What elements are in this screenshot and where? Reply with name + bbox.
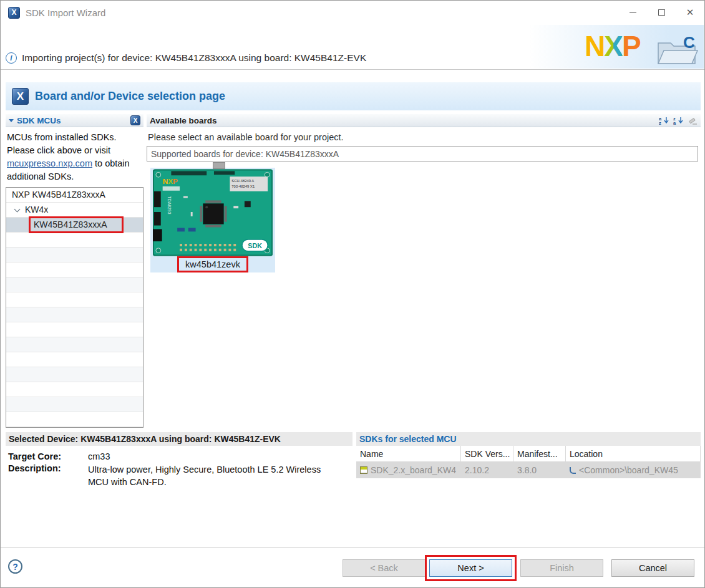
chevron-down-icon bbox=[14, 206, 21, 213]
board-sticker-line2: 700-48249 X1 bbox=[231, 185, 255, 188]
next-button[interactable]: Next > bbox=[429, 559, 512, 577]
board-label: kw45b41zevk bbox=[185, 259, 240, 269]
window-controls: ✕ bbox=[618, 1, 704, 24]
finish-button[interactable]: Finish bbox=[520, 559, 603, 577]
sdk-location: <Common>\board_KW45 bbox=[579, 465, 678, 475]
sdk-table-title: SDKs for selected MCU bbox=[356, 432, 701, 446]
tree-item-kw4x[interactable]: KW4x bbox=[6, 203, 143, 218]
target-core-label: Target Core: bbox=[8, 451, 88, 461]
location-icon bbox=[570, 467, 576, 474]
tree-empty-row bbox=[6, 263, 143, 277]
sdk-mcus-header: SDK MCUs X bbox=[6, 114, 143, 127]
minimize-icon bbox=[630, 12, 636, 13]
maximize-icon bbox=[658, 9, 665, 16]
page-title-band: X Board and/or Device selection page bbox=[6, 82, 701, 110]
available-boards-panel: Available boards a z z a bbox=[147, 114, 701, 424]
sdk-mcus-panel: SDK MCUs X MCUs from installed SDKs. Ple… bbox=[6, 114, 143, 424]
sdk-table-header-row: Name SDK Vers... Manifest... Location bbox=[356, 446, 701, 462]
column-location[interactable]: Location bbox=[566, 446, 701, 461]
cancel-button[interactable]: Cancel bbox=[611, 559, 694, 577]
board-label-wrap: kw45b41zevk bbox=[150, 256, 275, 272]
tree-empty-row bbox=[6, 382, 143, 397]
sdk-import-wizard-window: X SDK Import Wizard ✕ i Importing projec… bbox=[0, 0, 705, 588]
sdk-badge: SDK bbox=[248, 242, 262, 249]
available-boards-title: Available boards bbox=[150, 116, 217, 125]
close-button[interactable]: ✕ bbox=[676, 1, 704, 24]
nxp-logo: N X X P bbox=[585, 32, 640, 60]
sdk-table-row[interactable]: SDK_2.x_board_KW4 2.10.2 3.8.0 <Common>\… bbox=[356, 462, 701, 478]
sdk-mcus-title: SDK MCUs bbox=[17, 116, 61, 125]
tree-empty-row bbox=[6, 277, 143, 292]
board-filter-input[interactable] bbox=[147, 146, 698, 161]
tree-empty-row bbox=[6, 397, 143, 412]
tree-empty-row bbox=[6, 292, 143, 307]
mcuxpresso-link[interactable]: mcuxpresso.nxp.com bbox=[7, 158, 92, 168]
tree-empty-row bbox=[6, 367, 143, 382]
ide-folder-icon: C bbox=[656, 33, 699, 67]
sdk-mcus-description: MCUs from installed SDKs. Please click a… bbox=[7, 131, 143, 183]
sdk-manifest: 3.8.0 bbox=[517, 465, 537, 475]
sort-ascending-icon[interactable]: a z bbox=[659, 116, 669, 125]
tree-empty-row bbox=[6, 307, 143, 322]
target-core-value: cm33 bbox=[88, 451, 352, 461]
svg-text:a: a bbox=[673, 120, 676, 125]
close-icon: ✕ bbox=[686, 7, 694, 18]
sort-descending-icon[interactable]: z a bbox=[673, 116, 684, 125]
column-manifest[interactable]: Manifest... bbox=[513, 446, 566, 461]
description-label: Description: bbox=[8, 463, 88, 488]
folder-letter: C bbox=[683, 33, 695, 52]
help-icon: ? bbox=[12, 562, 18, 572]
selected-device-details: Target Core: cm33 Description: Ultra-low… bbox=[6, 446, 352, 488]
header-divider bbox=[1, 69, 704, 70]
maximize-button[interactable] bbox=[647, 1, 676, 24]
board-image: NXP SCH-48249 A 700-48249 X1 TDA8293 bbox=[153, 169, 273, 256]
minimize-button[interactable] bbox=[618, 1, 647, 24]
titlebar: X SDK Import Wizard ✕ bbox=[1, 1, 704, 24]
tree-empty-row bbox=[6, 248, 143, 263]
mcu-close-icon[interactable]: X bbox=[130, 115, 140, 125]
tree-item-root[interactable]: NXP KW45B41Z83xxxA bbox=[6, 188, 143, 203]
footer: ? < Back Next > Finish Cancel bbox=[1, 547, 704, 587]
board-side-text: TDA8293 bbox=[167, 196, 172, 214]
page-title: Board and/or Device selection page bbox=[35, 90, 225, 103]
available-boards-header: Available boards a z z a bbox=[147, 114, 701, 127]
board-sticker-line1: SCH-48249 A bbox=[231, 179, 254, 183]
sdk-name: SDK_2.x_board_KW4 bbox=[371, 465, 456, 475]
header-message: Importing project(s) for device: KW45B41… bbox=[22, 52, 366, 64]
sdk-version: 2.10.2 bbox=[465, 465, 489, 475]
tree-empty-row bbox=[6, 233, 143, 248]
nxp-logo-p: P bbox=[622, 32, 640, 60]
mcu-tree: NXP KW45B41Z83xxxA KW4x KW45B41Z83xxxA bbox=[6, 187, 143, 428]
help-button[interactable]: ? bbox=[8, 559, 22, 574]
next-button-wrap: Next > bbox=[429, 559, 512, 577]
info-icon: i bbox=[6, 52, 17, 64]
svg-text:NXP: NXP bbox=[163, 177, 178, 185]
nxp-logo-x: X X bbox=[604, 32, 622, 60]
svg-text:z: z bbox=[659, 120, 661, 125]
tree-empty-row bbox=[6, 337, 143, 352]
tree-item-selected-mcu[interactable]: KW45B41Z83xxxA bbox=[6, 218, 143, 233]
collapse-arrow-icon[interactable] bbox=[9, 119, 14, 122]
column-name[interactable]: Name bbox=[356, 446, 461, 461]
column-sdk-version[interactable]: SDK Vers... bbox=[461, 446, 513, 461]
board-tile[interactable]: NXP SCH-48249 A 700-48249 X1 TDA8293 bbox=[150, 168, 275, 272]
header-message-row: i Importing project(s) for device: KW45B… bbox=[6, 52, 366, 64]
board-instruction: Please select an available board for you… bbox=[148, 132, 701, 142]
page-x-icon: X bbox=[12, 88, 29, 105]
selected-device-header: Selected Device: KW45B41Z83xxxA using bo… bbox=[6, 432, 352, 446]
window-title: SDK Import Wizard bbox=[26, 7, 105, 18]
sdk-table-section: SDKs for selected MCU Name SDK Vers... M… bbox=[356, 432, 701, 478]
clear-filter-icon[interactable] bbox=[688, 116, 698, 125]
tree-empty-row bbox=[6, 352, 143, 367]
tree-empty-row bbox=[6, 412, 143, 427]
nxp-logo-n: N bbox=[585, 32, 604, 60]
sdk-icon bbox=[360, 466, 367, 474]
selected-device-section: Selected Device: KW45B41Z83xxxA using bo… bbox=[6, 432, 352, 488]
app-icon: X bbox=[8, 7, 20, 19]
sdk-table: Name SDK Vers... Manifest... Location SD… bbox=[356, 446, 701, 478]
tree-empty-row bbox=[6, 322, 143, 337]
description-value: Ultra-low power, Highly Secure, Bluetoot… bbox=[88, 463, 340, 488]
back-button[interactable]: < Back bbox=[343, 559, 425, 577]
usb-connector bbox=[213, 162, 225, 169]
